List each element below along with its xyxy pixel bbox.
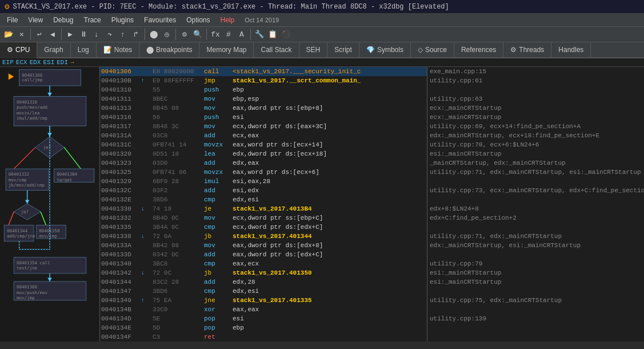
tab-seh[interactable]: SEH [299,42,328,57]
tab-handles[interactable]: Handles [551,42,591,57]
tab-graph[interactable]: Graph [37,42,70,57]
menu-options[interactable]: Options [182,15,214,25]
btn-bp[interactable]: ⬤ [147,28,160,41]
btn-plugins[interactable]: 🔧 [253,28,266,41]
sep-3 [145,29,145,40]
operand-cell: esi,eax,28 [233,178,426,185]
tab-script[interactable]: Script [327,42,359,57]
disasm-row[interactable]: 0040132E 3BD6 cmp edx,esi [100,195,427,204]
disasm-row[interactable]: 00401313 8B45 08 mov eax,dword ptr ss:[e… [100,104,427,113]
disasm-row[interactable]: 00401344 83C2 28 add edx,28 [100,277,427,287]
menu-debug[interactable]: Debug [49,15,78,25]
disasm-row[interactable]: 0040131A 03C8 add ecx,eax [100,131,427,140]
operand-cell: edx,eax [233,160,426,166]
disasm-row[interactable]: 00401323 03D0 add edx,eax [100,158,427,168]
btn-run-to-cursor[interactable]: ↱ [130,28,142,41]
tab-cpu-label: CPU [15,46,30,54]
tab-references[interactable]: References [454,42,503,57]
source-ref-row: utility.cpp:73, ecx:_mainCRTStartup, edx… [427,186,644,195]
disasm-row[interactable]: 00401338 ↓ 72 0A jb stack1_vs_2017.40134… [100,232,427,241]
btn-settings[interactable]: ⚙ [178,28,191,41]
btn-formula[interactable]: fx [209,28,222,41]
bytes-cell: 83C2 28 [153,279,204,285]
tab-script-label: Script [334,46,352,54]
disasm-row[interactable]: 00401310 55 push ebp [100,85,427,94]
btn-hash[interactable]: # [222,28,235,41]
menu-trace[interactable]: Trace [79,15,106,25]
mnemonic-cell: push [204,114,233,121]
tab-memory-map[interactable]: Memory Map [199,42,254,57]
btn-close[interactable]: ✕ [15,28,28,41]
btn-step-out[interactable]: ↑ [117,28,129,41]
disasm-row[interactable]: 00401325 0FB741 06 movzx eax,word ptr ds… [100,168,427,177]
menu-help[interactable]: Help [216,15,239,25]
btn-step-into[interactable]: ↓ [90,28,103,41]
btn-extra[interactable]: ⚫ [279,28,292,41]
btn-restart[interactable]: ↩ [33,28,46,41]
addr-cell: 00401332 [101,215,141,221]
tab-breakpoints[interactable]: ⬤ Breakpoints [139,42,199,57]
disasm-row[interactable]: 0040134E 5D pop ebp [100,323,427,332]
operand-cell: stack1_vs_2017.401335 [233,297,426,304]
disasm-row[interactable]: 0040134B 33C0 xor eax,eax [100,305,427,314]
disasm-row[interactable]: 0040133D 0342 0C add eax,dword ptr ds:[e… [100,250,427,259]
disasm-row[interactable]: 00401311 8BEC mov ebp,esp [100,94,427,104]
disasm-row[interactable]: 00401347 3BD6 cmp edx,esi [100,287,427,296]
disasm-row[interactable]: 0040130B ↑ E9 88FEFFFF jmp stack1_vs_201… [100,76,427,85]
menu-view[interactable]: View [23,15,47,25]
mnemonic-cell: mov [204,123,233,130]
btn-step-over[interactable]: ↷ [103,28,116,41]
disasm-row[interactable]: 00401306 E8 80020000 call <stack1_vs_201… [100,67,427,76]
tab-symbols[interactable]: 💎 Symbols [359,42,411,57]
disasm-row[interactable]: 0040131C 0FB741 14 movzx eax,word ptr ds… [100,140,427,149]
disasm-row[interactable]: 00401316 56 push esi [100,113,427,122]
disasm-row[interactable]: 00401320 8D51 18 lea edx,dword ptr ds:[e… [100,149,427,158]
menu-favourites[interactable]: Favourites [139,15,181,25]
title-bar: ⚙ STACK1_VS_2017.exe - PID: 7EEC - Modul… [0,0,644,14]
tab-notes[interactable]: 📝 Notes [97,42,139,57]
btn-search[interactable]: 🔍 [191,28,204,41]
disasm-row[interactable]: 00401329 6BF0 28 imul esi,eax,28 [100,177,427,186]
source-ref-row: edx:_mainCRTStartup, ecx+18:find_pe_sect… [427,131,644,140]
mnemonic-cell: add [204,279,233,285]
btn-run[interactable]: ▶ [64,28,77,41]
tab-cpu[interactable]: ⚙ CPU [0,42,37,58]
operand-cell: stack1_vs_2017.401344 [233,233,426,240]
disasm-row[interactable]: 0040133A 8B42 08 mov eax,dword ptr ds:[e… [100,241,427,250]
disasm-row[interactable]: 00401349 ↑ 75 EA jne stack1_vs_2017.4013… [100,296,427,305]
mnemonic-cell: pop [204,324,233,331]
graph-svg: 00401306 call/jmp 00401310 push/mov/add … [0,67,100,324]
operand-cell: ecx,dword ptr ds:[edx+C] [233,224,426,231]
tab-call-stack[interactable]: Call Stack [254,42,299,57]
menu-plugins[interactable]: Plugins [107,15,138,25]
bytes-cell: 8BEC [153,96,204,102]
disasm-row[interactable]: 00401335 3B4A 0C cmp ecx,dword ptr ds:[e… [100,223,427,232]
disasm-row[interactable]: 00401317 8B48 3C mov ecx,dword ptr ds:[e… [100,122,427,131]
svg-text:mov/jmp: mov/jmp [39,233,57,239]
btn-back[interactable]: ◀ [46,28,59,41]
svg-text:00401310: 00401310 [17,100,38,105]
source-ref-row: ecx:_mainCRTStartup [427,104,644,113]
addr-cell: 00401316 [101,114,141,121]
disasm-row[interactable]: 00401340 3BC8 cmp eax,ecx [100,259,427,268]
disasm-row[interactable]: 00401332 8B4D 0C mov ecx,dword ptr ss:[e… [100,213,427,223]
btn-log2[interactable]: 📋 [266,28,279,41]
disasm-panel[interactable]: 00401306 E8 80020000 call <stack1_vs_201… [100,67,427,342]
mnemonic-cell: je [204,205,233,212]
disasm-row[interactable]: 00401330 ↓ 74 19 je stack1_vs_2017.4013B… [100,204,427,213]
btn-open[interactable]: 📂 [2,28,15,41]
btn-pause[interactable]: ⏸ [77,28,90,41]
sep-4 [175,29,176,40]
arrow-cell: ↑ [141,78,153,84]
disasm-row[interactable]: 0040134F C3 ret [100,332,427,342]
tab-source[interactable]: ◇ Source [411,42,454,57]
tab-log[interactable]: Log [71,42,97,57]
disasm-row[interactable]: 0040132C 03F2 add esi,edx [100,186,427,195]
btn-hardware-bp[interactable]: ◎ [161,28,173,41]
menu-file[interactable]: File [2,15,22,25]
mnemonic-cell: cmp [204,196,233,203]
tab-threads[interactable]: ⚙ Threads [503,42,551,57]
btn-font[interactable]: A [235,28,248,41]
disasm-row[interactable]: 00401342 ↓ 72 0C jb stack1_vs_2017.40135… [100,268,427,277]
disasm-row[interactable]: 0040134D 5E pop esi [100,314,427,323]
